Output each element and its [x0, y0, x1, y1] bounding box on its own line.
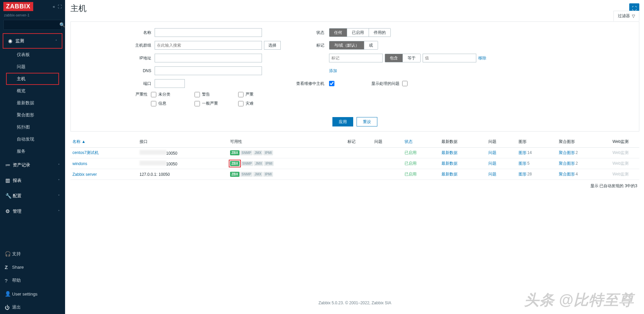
tag-key-input[interactable]: [329, 54, 383, 62]
label-severity: 严重性: [71, 92, 151, 97]
nav-item-maps[interactable]: 拓扑图: [0, 121, 65, 133]
tag-mode-andor[interactable]: 与/或（默认）: [329, 41, 364, 49]
nav-header-inventory[interactable]: ≔ 资产记录 ˅: [1, 158, 64, 172]
brand-logo[interactable]: ZABBIX: [3, 2, 33, 11]
label-tags: 标记: [285, 43, 329, 48]
table-row: Zabbix server 127.0.0.1: 10050 ZBX SNMP …: [70, 169, 639, 180]
collapse-icon[interactable]: «: [53, 4, 55, 9]
latest-link[interactable]: 最新数据: [441, 172, 458, 176]
checkbox[interactable]: [238, 101, 244, 106]
status-opt-any[interactable]: 任何: [329, 29, 347, 37]
th-problems2: 问题: [486, 136, 517, 148]
th-name[interactable]: 名称 ▲: [70, 136, 138, 148]
eye-icon: ◉: [8, 38, 15, 44]
nav-item-latest[interactable]: 最新数据: [0, 97, 65, 109]
graphs-link[interactable]: 图形5: [519, 161, 530, 166]
nav-header-config[interactable]: 🔧 配置 ˅: [1, 189, 64, 203]
select-hostgroup-button[interactable]: 选择: [264, 41, 281, 50]
nav-header-monitoring[interactable]: ◉ 监测 ˄: [3, 34, 62, 48]
interface-blur: [140, 150, 166, 155]
input-hostgroup[interactable]: [155, 41, 262, 50]
nav-item-screens[interactable]: 聚合图形: [0, 109, 65, 121]
input-ip[interactable]: [155, 54, 262, 62]
tag-op-contains[interactable]: 包含: [385, 54, 403, 62]
severity-opt[interactable]: 警告: [195, 92, 238, 97]
screens-link[interactable]: 聚合图形4: [559, 172, 578, 176]
tag-remove-link[interactable]: 移除: [478, 55, 486, 61]
nav-logout[interactable]: ⏻退出: [0, 301, 65, 314]
severity-opt[interactable]: 一般严重: [195, 101, 238, 106]
input-port[interactable]: [155, 79, 185, 88]
host-name-link[interactable]: Zabbix server: [72, 172, 97, 177]
nav-share[interactable]: ZShare: [0, 261, 65, 274]
apply-button[interactable]: 应用: [332, 117, 353, 126]
tag-mode-or[interactable]: 或: [364, 41, 378, 49]
problems-link[interactable]: 问题: [488, 172, 496, 176]
screens-link[interactable]: 聚合图形2: [559, 161, 578, 166]
graphs-link[interactable]: 图形28: [519, 172, 532, 176]
severity-opt[interactable]: 灾难: [238, 101, 282, 106]
tag-add-link[interactable]: 添加: [329, 68, 337, 74]
status-opt-enabled[interactable]: 已启用: [347, 29, 369, 37]
filter-tab[interactable]: 过滤器 ▽: [613, 11, 639, 21]
checkbox[interactable]: [151, 101, 156, 106]
screens-link[interactable]: 聚合图形2: [559, 150, 578, 155]
sort-asc-icon: ▲: [82, 139, 86, 144]
checkbox[interactable]: [151, 92, 156, 97]
th-status[interactable]: 状态: [402, 136, 439, 148]
severity-opt[interactable]: 信息: [151, 101, 195, 106]
nav-item-problems[interactable]: 问题: [0, 61, 65, 73]
label-hostgroup: 主机群组: [71, 43, 155, 48]
severity-opt[interactable]: 严重: [238, 92, 282, 97]
search-icon[interactable]: 🔍: [59, 22, 65, 28]
server-name: zabbix-server-1: [0, 13, 65, 20]
search-box[interactable]: 🔍: [3, 20, 62, 30]
th-tags: 标记: [345, 136, 372, 148]
nav-item-dashboard[interactable]: 仪表板: [0, 49, 65, 61]
nav-header-admin[interactable]: ⚙ 管理 ˅: [1, 204, 64, 218]
nav-section-inventory: ≔ 资产记录 ˅: [0, 157, 65, 173]
search-input[interactable]: [4, 22, 59, 27]
nav-support[interactable]: 🎧支持: [0, 247, 65, 261]
nav-section-monitoring: ◉ 监测 ˄: [3, 33, 62, 49]
checkbox[interactable]: [195, 101, 200, 106]
tag-op-equals[interactable]: 等于: [403, 54, 420, 62]
table-header-row: 名称 ▲ 接口 可用性 标记 问题 状态 最新数据 问题 图形 聚合图形 Web…: [70, 136, 639, 148]
tag-val-input[interactable]: [423, 54, 476, 62]
nav-section-admin: ⚙ 管理 ˅: [0, 204, 65, 219]
host-name-link[interactable]: windons: [72, 161, 87, 166]
th-problems: 问题: [372, 136, 402, 148]
label-dns: DNS: [71, 68, 155, 73]
nav-user[interactable]: 👤User settings: [0, 287, 65, 301]
th-latest: 最新数据: [439, 136, 486, 148]
status-opt-disabled[interactable]: 停用的: [369, 29, 390, 37]
nav-item-services[interactable]: 服务: [0, 145, 65, 157]
input-dns[interactable]: [155, 66, 262, 75]
nav-header-reports[interactable]: ▥ 报表 ˅: [1, 173, 64, 188]
maint-checkbox[interactable]: [329, 81, 334, 86]
reset-button[interactable]: 重设: [357, 117, 377, 126]
problems-link[interactable]: 问题: [488, 150, 496, 155]
problems-link[interactable]: 问题: [488, 161, 496, 166]
checkbox[interactable]: [195, 92, 200, 97]
tag-mode-group: 与/或（默认） 或: [329, 41, 378, 50]
nav-item-hosts[interactable]: 主机: [6, 73, 59, 85]
label-name: 名称: [71, 30, 155, 36]
host-name-link[interactable]: centos7测试机: [72, 150, 99, 155]
nav-item-overview[interactable]: 概览: [0, 85, 65, 97]
nav-item-discovery[interactable]: 自动发现: [0, 133, 65, 145]
latest-link[interactable]: 最新数据: [441, 161, 458, 166]
show-issues-checkbox[interactable]: [402, 81, 408, 86]
hosts-table: 名称 ▲ 接口 可用性 标记 问题 状态 最新数据 问题 图形 聚合图形 Web…: [70, 136, 639, 180]
graphs-link[interactable]: 图形14: [519, 150, 532, 155]
interface-cell: 10050: [138, 148, 228, 158]
filter-icon: ▽: [632, 14, 635, 18]
checkbox[interactable]: [238, 92, 244, 97]
nav-help[interactable]: ?帮助: [0, 274, 65, 287]
severity-opt[interactable]: 未分类: [151, 92, 195, 97]
input-name[interactable]: [155, 28, 262, 37]
expand-icon[interactable]: ⛶: [58, 4, 62, 9]
latest-link[interactable]: 最新数据: [441, 150, 458, 155]
snmp-tag: SNMP: [241, 161, 253, 166]
interface-cell: 127.0.0.1: 10050: [138, 169, 228, 180]
